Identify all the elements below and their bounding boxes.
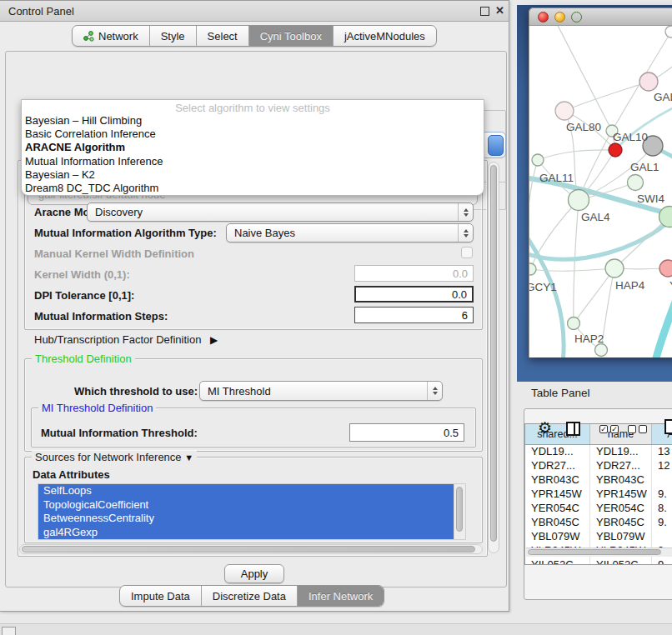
control-panel-title: Control Panel xyxy=(8,5,74,18)
attributes-list-scrollbar[interactable] xyxy=(454,484,465,539)
node-bottom[interactable] xyxy=(595,344,608,357)
threshold-definition-title: Threshold Definition xyxy=(32,352,135,365)
node-gcy1[interactable] xyxy=(529,263,536,275)
node-gal11[interactable] xyxy=(532,154,544,166)
table-cell: YPR145W xyxy=(525,488,590,502)
table-panel: ⚙ ✓ ✓ shared...nameA YDL19...YDL19...13Y… xyxy=(524,408,672,600)
control-panel-titlebar[interactable]: Control Panel ✕ xyxy=(0,1,509,22)
apply-button[interactable]: Apply xyxy=(224,564,284,583)
close-traffic-light-icon[interactable] xyxy=(538,12,549,22)
checked-box-icon[interactable]: ✓ xyxy=(610,425,619,433)
spinner-arrows-icon xyxy=(458,224,473,242)
tab-discretize-data[interactable]: Discretize Data xyxy=(202,586,298,606)
table-cell: YER054C xyxy=(590,502,652,516)
column-layout-icon[interactable] xyxy=(566,422,580,436)
node-gal80[interactable] xyxy=(555,102,574,120)
table-cell: YBR043C xyxy=(590,473,652,488)
table-row[interactable]: YER054CYER054C8. xyxy=(525,502,672,516)
settings-scrollbar-thumb[interactable] xyxy=(490,165,497,542)
tab-network[interactable]: Network xyxy=(73,26,150,46)
column-header-1[interactable]: shared... xyxy=(525,424,590,444)
which-threshold-combo[interactable]: MI Threshold xyxy=(199,381,443,401)
collapsed-panel-handle[interactable] xyxy=(2,627,16,635)
table-cell: 9. xyxy=(652,488,672,502)
table-hscrollbar-thumb[interactable] xyxy=(528,549,661,555)
node-salmon[interactable] xyxy=(659,260,672,277)
table-cell: YPR145W xyxy=(590,488,652,502)
collapsed-arrow-icon[interactable]: ▶ xyxy=(210,334,218,346)
node-gal1[interactable] xyxy=(628,175,644,191)
network-edge xyxy=(529,219,671,259)
float-window-icon[interactable] xyxy=(480,7,489,16)
tab-jactivemnodules[interactable]: jActiveMNodules xyxy=(333,26,436,46)
table-hscrollbar[interactable] xyxy=(526,548,672,557)
hub-definition-label: Hub/Transcription Factor Definition xyxy=(34,333,201,346)
mi-threshold-field[interactable]: 0.5 xyxy=(349,423,464,442)
table-row[interactable]: YIL052CYIL052C9 xyxy=(525,558,672,565)
tab-style[interactable]: Style xyxy=(150,26,197,46)
table-row[interactable]: YBL079WYBL079W xyxy=(525,530,672,544)
aracne-mode-combo[interactable]: Discovery xyxy=(87,202,474,222)
algorithm-option[interactable]: Basic Correlation Inference xyxy=(25,128,484,141)
manual-kernel-checkbox[interactable] xyxy=(461,247,473,258)
data-attribute-item[interactable]: TopologicalCoefficient xyxy=(38,498,454,512)
node-gal4[interactable] xyxy=(569,190,589,211)
tab-impute-data[interactable]: Impute Data xyxy=(120,586,202,606)
attributes-list-scrollbar-thumb[interactable] xyxy=(456,487,463,532)
tab-cyni-toolbox[interactable]: Cyni Toolbox xyxy=(249,26,333,46)
new-table-icon[interactable] xyxy=(664,419,672,434)
algorithm-option[interactable]: ARACNE Algorithm xyxy=(25,141,484,154)
network-graph: GAL8GAL80GAL10GAL1GAL11SWI4GAL4GCY1HAP4Y… xyxy=(529,26,672,358)
mi-threshold-label: Mutual Information Threshold: xyxy=(41,427,198,439)
settings-scrollbar[interactable] xyxy=(488,162,499,553)
node-label: SWI4 xyxy=(637,192,664,205)
tab-infer-network[interactable]: Infer Network xyxy=(298,586,384,606)
minimize-traffic-light-icon[interactable] xyxy=(554,12,565,22)
table-row[interactable]: YBR045CYBR045C9. xyxy=(525,516,672,530)
mi-type-combo[interactable]: Naive Bayes xyxy=(226,223,474,242)
which-threshold-label: Which threshold to use: xyxy=(74,385,198,398)
node-top-right[interactable] xyxy=(665,26,672,38)
network-view-window[interactable]: GAL8GAL80GAL10GAL1GAL11SWI4GAL4GCY1HAP4Y… xyxy=(529,8,672,358)
mi-steps-field[interactable]: 6 xyxy=(354,307,474,323)
settings-hscrollbar[interactable] xyxy=(19,544,483,554)
data-attribute-item[interactable]: gal4RGexp xyxy=(38,526,454,540)
hub-definition-toggle[interactable]: Hub/Transcription Factor Definition ▶ xyxy=(34,333,218,346)
network-edge xyxy=(529,231,564,358)
settings-hscrollbar-thumb[interactable] xyxy=(22,546,475,552)
node-hap2[interactable] xyxy=(568,318,580,330)
algorithm-option[interactable]: Bayesian – K2 xyxy=(25,168,484,182)
node-red[interactable] xyxy=(609,143,622,157)
table-row[interactable]: YBR043CYBR043C xyxy=(525,473,672,488)
kernel-width-label: Kernel Width (0,1): xyxy=(34,268,130,281)
cytoscape-desktop: GAL8GAL80GAL10GAL1GAL11SWI4GAL4GCY1HAP4Y… xyxy=(517,5,672,382)
tab-select[interactable]: Select xyxy=(197,26,249,46)
gear-icon[interactable]: ⚙ xyxy=(538,420,552,436)
node-gal8[interactable] xyxy=(639,72,658,91)
table-row[interactable]: YPR145WYPR145W9. xyxy=(525,488,672,502)
algorithm-combo-spinner-icon[interactable] xyxy=(488,135,504,156)
zoom-traffic-light-icon[interactable] xyxy=(571,12,582,22)
network-window-titlebar[interactable] xyxy=(529,8,672,26)
table-row[interactable]: YDL19...YDL19...13 xyxy=(525,445,672,459)
table-row[interactable]: YDR27...YDR27...12 xyxy=(525,459,672,473)
table-cell: YDR27... xyxy=(590,459,652,473)
unchecked-box-icon[interactable] xyxy=(628,425,636,433)
algorithm-option[interactable]: Mutual Information Inference xyxy=(25,155,484,168)
tab-label: Cyni Toolbox xyxy=(260,30,322,42)
dpi-tolerance-field[interactable]: 0.0 xyxy=(354,286,474,302)
unchecked-box-icon[interactable] xyxy=(639,425,647,433)
node-hap4[interactable] xyxy=(605,259,624,278)
algorithm-option[interactable]: Bayesian – Hill Climbing xyxy=(25,114,484,128)
expanded-arrow-icon[interactable]: ▼ xyxy=(184,452,193,462)
mi-type-label: Mutual Information Algorithm Type: xyxy=(34,227,217,239)
data-attributes-label: Data Attributes xyxy=(33,468,110,481)
data-attribute-item[interactable]: BetweennessCentrality xyxy=(38,512,454,526)
close-icon[interactable]: ✕ xyxy=(495,4,504,17)
table-cell: YIL052C xyxy=(525,558,590,565)
data-attribute-item[interactable]: SelfLoops xyxy=(38,484,454,498)
checked-box-icon[interactable]: ✓ xyxy=(599,425,608,433)
algorithm-option[interactable]: Dream8 DC_TDC Algorithm xyxy=(25,182,484,195)
kernel-width-field[interactable]: 0.0 xyxy=(354,265,474,282)
network-canvas[interactable]: GAL8GAL80GAL10GAL1GAL11SWI4GAL4GCY1HAP4Y… xyxy=(529,26,672,358)
